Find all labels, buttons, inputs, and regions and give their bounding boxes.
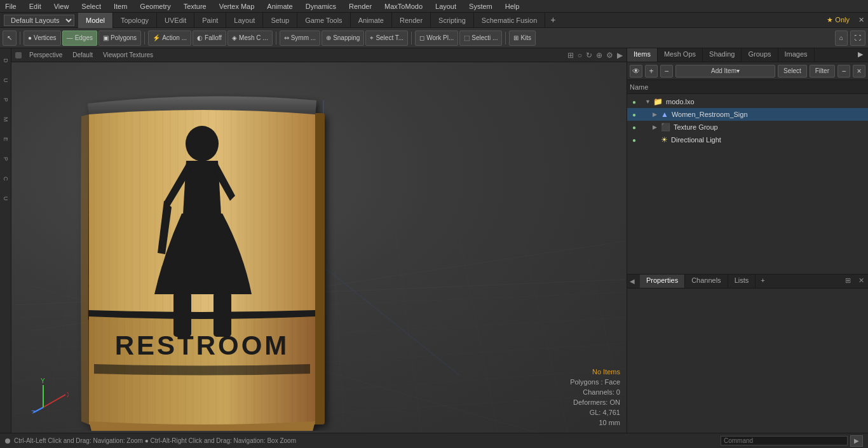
prop-expand-btn[interactable]: ⊞ <box>841 275 855 288</box>
menu-render[interactable]: Render <box>346 3 374 10</box>
tab-items[interactable]: Items <box>627 48 658 62</box>
menu-view[interactable]: View <box>51 3 72 10</box>
vis-texture[interactable]: ● <box>630 123 639 132</box>
panel-collapse-btn[interactable]: − <box>837 65 850 78</box>
left-tool-8[interactable]: U <box>0 189 11 208</box>
tab-render[interactable]: Render <box>392 13 431 28</box>
left-tool-7[interactable]: C <box>0 169 11 188</box>
navigate-fullscreen-button[interactable]: ⛶ <box>850 31 865 46</box>
tree-row-texture[interactable]: ● ▶ ⬛ Texture Group <box>627 121 868 133</box>
workpl-button[interactable]: ◻ Work Pl... <box>415 31 458 46</box>
meshc-button[interactable]: ◈ Mesh C ... <box>227 31 273 46</box>
tree-row-mesh[interactable]: ● ▶ ▲ Women_Restroom_Sign <box>627 108 868 121</box>
viewport-dot[interactable] <box>15 52 22 58</box>
left-tool-2[interactable]: U <box>0 71 11 90</box>
tab-properties[interactable]: Properties <box>640 275 685 288</box>
menu-item[interactable]: Item <box>111 3 130 10</box>
filter-button[interactable]: Filter <box>810 65 835 78</box>
symm-icon: ⇔ <box>284 34 289 41</box>
left-tool-3[interactable]: P <box>0 90 11 109</box>
polygons-button[interactable]: ▣ Polygons <box>98 31 141 46</box>
selectt-button[interactable]: ⌖ Select T... <box>365 31 408 46</box>
vis-mesh[interactable]: ● <box>630 110 639 119</box>
menu-animate[interactable]: Animate <box>264 3 295 10</box>
tab-lists[interactable]: Lists <box>728 275 756 288</box>
vertices-button[interactable]: ● Vertices <box>24 31 61 46</box>
left-tool-1[interactable]: D <box>0 51 11 70</box>
vp-icon-circle[interactable]: ○ <box>578 51 582 60</box>
action-button[interactable]: ⚡ Action ... <box>148 31 191 46</box>
viewport[interactable]: Perspective Default Viewport Textures ⊞ … <box>11 48 627 433</box>
selecti-button[interactable]: ⬚ Selecti ... <box>459 31 502 46</box>
tab-model[interactable]: Model <box>78 13 113 28</box>
tab-layout[interactable]: Layout <box>226 13 263 28</box>
menu-select[interactable]: Select <box>79 3 104 10</box>
panel-add-btn[interactable]: + <box>645 65 658 78</box>
vp-icon-settings[interactable]: ⚙ <box>606 51 613 60</box>
tab-groups[interactable]: Groups <box>742 48 778 62</box>
menu-edit[interactable]: Edit <box>27 3 44 10</box>
tab-shading[interactable]: Shading <box>703 48 742 62</box>
tab-add[interactable]: + <box>545 13 560 28</box>
layout-close[interactable]: ✕ <box>855 16 868 24</box>
tab-scripting[interactable]: Scripting <box>431 13 474 28</box>
command-input[interactable] <box>721 436 848 445</box>
tab-animate[interactable]: Animate <box>351 13 392 28</box>
layout-dropdown[interactable]: Default Layouts <box>4 15 74 26</box>
menu-maxtomodo[interactable]: MaxToModo <box>382 3 425 10</box>
command-submit[interactable]: ▶ <box>850 435 863 447</box>
panel-eye-btn[interactable]: 👁 <box>630 65 642 78</box>
viewport-canvas[interactable]: RESTROOM X Y Z No Item <box>11 62 627 433</box>
menu-file[interactable]: File <box>3 3 19 10</box>
vp-icon-play[interactable]: ▶ <box>617 51 623 60</box>
falloff-button[interactable]: ◐ Falloff <box>193 31 226 46</box>
tree-row-root[interactable]: ● ▼ 📁 modo.lxo <box>627 95 868 108</box>
menu-texture[interactable]: Texture <box>181 3 209 10</box>
kits-button[interactable]: ⊞ Kits <box>509 31 536 46</box>
panel-expand-btn[interactable]: × <box>853 65 865 78</box>
prop-expand-left[interactable]: ◀ <box>630 278 635 285</box>
menu-help[interactable]: Help <box>503 3 522 10</box>
panel-minus-btn[interactable]: − <box>660 65 673 78</box>
tab-uvedit[interactable]: UVEdit <box>157 13 194 28</box>
tab-plus[interactable]: + <box>756 275 770 288</box>
tab-mesh-ops[interactable]: Mesh Ops <box>658 48 703 62</box>
symm-button[interactable]: ⇔ Symm ... <box>280 31 320 46</box>
arrow-mesh[interactable]: ▶ <box>653 111 659 118</box>
menu-geometry[interactable]: Geometry <box>137 3 173 10</box>
vp-icon-target[interactable]: ⊕ <box>596 51 602 60</box>
vis-root[interactable]: ● <box>630 97 639 106</box>
tab-setup[interactable]: Setup <box>263 13 297 28</box>
tab-channels[interactable]: Channels <box>685 275 728 288</box>
viewport-default[interactable]: Default <box>70 51 95 59</box>
menu-system[interactable]: System <box>466 3 495 10</box>
edges-button[interactable]: — Edges <box>62 31 97 46</box>
vp-icon-grid[interactable]: ⊞ <box>567 51 574 60</box>
select-tool[interactable]: ↖ <box>3 31 17 46</box>
tab-schematic[interactable]: Schematic Fusion <box>474 13 545 28</box>
menu-dynamics[interactable]: Dynamics <box>303 3 339 10</box>
vis-light[interactable]: ● <box>630 135 639 144</box>
left-tool-4[interactable]: M <box>0 110 11 129</box>
vp-icon-rotate[interactable]: ↻ <box>586 51 592 60</box>
prop-close-btn[interactable]: ✕ <box>855 275 868 288</box>
tree-row-light[interactable]: ● ☀ Directional Light <box>627 133 868 146</box>
navigate-home-button[interactable]: ⌂ <box>835 31 848 46</box>
panel-more[interactable]: ▶ <box>853 48 868 62</box>
tab-images[interactable]: Images <box>778 48 815 62</box>
arrow-texture[interactable]: ▶ <box>653 124 659 130</box>
menu-vertexmap[interactable]: Vertex Map <box>217 3 257 10</box>
tab-paint[interactable]: Paint <box>194 13 226 28</box>
left-tool-5[interactable]: E <box>0 130 11 149</box>
viewport-perspective[interactable]: Perspective <box>27 51 65 59</box>
select-button[interactable]: Select <box>778 65 807 78</box>
viewport-texture[interactable]: Viewport Textures <box>100 51 156 59</box>
tab-gametools[interactable]: Game Tools <box>297 13 351 28</box>
star-only[interactable]: ★ Only <box>822 16 855 24</box>
snapping-button[interactable]: ⊕ Snapping <box>322 31 364 46</box>
tab-topology[interactable]: Topology <box>113 13 157 28</box>
menu-layout[interactable]: Layout <box>433 3 459 10</box>
left-tool-6[interactable]: P <box>0 149 11 168</box>
arrow-root[interactable]: ▼ <box>645 98 651 105</box>
add-item-button[interactable]: Add Item ▾ <box>675 65 775 78</box>
